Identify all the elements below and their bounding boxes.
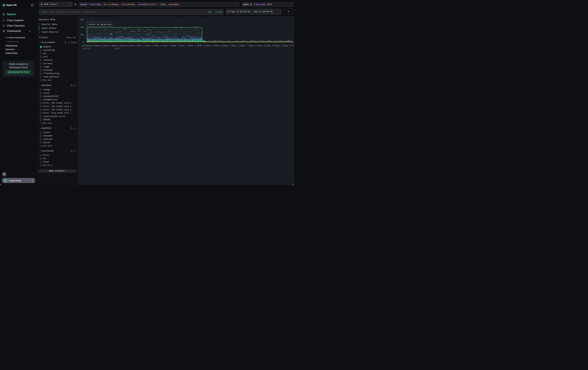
svg-text:2:30am: 2:30am [160, 45, 167, 47]
svg-text:1:30am: 1:30am [143, 45, 150, 47]
svg-text:6:30am: 6:30am [229, 45, 236, 47]
svg-text:12:00am: 12:00am [116, 45, 125, 47]
svg-text:9/15: 9/15 [115, 48, 120, 50]
svg-text:0: 0 [83, 41, 84, 43]
svg-text:4:00am: 4:00am [186, 45, 193, 47]
svg-text:8:30am: 8:30am [264, 45, 271, 47]
svg-text:600: 600 [80, 19, 84, 21]
svg-text:3:00am: 3:00am [169, 45, 176, 47]
svg-text:11:00pm: 11:00pm [99, 45, 107, 47]
svg-text:7:30am: 7:30am [246, 45, 253, 47]
svg-text:5:30am: 5:30am [212, 45, 219, 47]
svg-text:3:30am: 3:30am [178, 45, 185, 47]
svg-text:9:30am: 9:30am [281, 45, 288, 47]
svg-text:5:00am: 5:00am [203, 45, 210, 47]
svg-text:200: 200 [80, 34, 84, 36]
svg-text:2:00am: 2:00am [151, 45, 158, 47]
svg-text:6:00am: 6:00am [220, 45, 228, 47]
svg-text:1:00am: 1:00am [134, 45, 141, 47]
svg-text:12:30am: 12:30am [125, 45, 134, 47]
svg-text:10:30pm: 10:30pm [91, 45, 99, 47]
svg-text:7:00am: 7:00am [238, 45, 245, 47]
svg-text:10:00am: 10:00am [289, 45, 294, 47]
svg-text:11:30pm: 11:30pm [108, 45, 116, 47]
svg-text:Filter by Selection: Filter by Selection [89, 23, 111, 26]
svg-text:10:00pm: 10:00pm [82, 45, 90, 47]
svg-text:9:00am: 9:00am [272, 45, 279, 47]
svg-text:400: 400 [80, 26, 84, 29]
svg-text:8:00am: 8:00am [255, 45, 262, 47]
svg-text:9/14/25: 9/14/25 [83, 48, 91, 50]
svg-text:4:30am: 4:30am [195, 45, 202, 47]
